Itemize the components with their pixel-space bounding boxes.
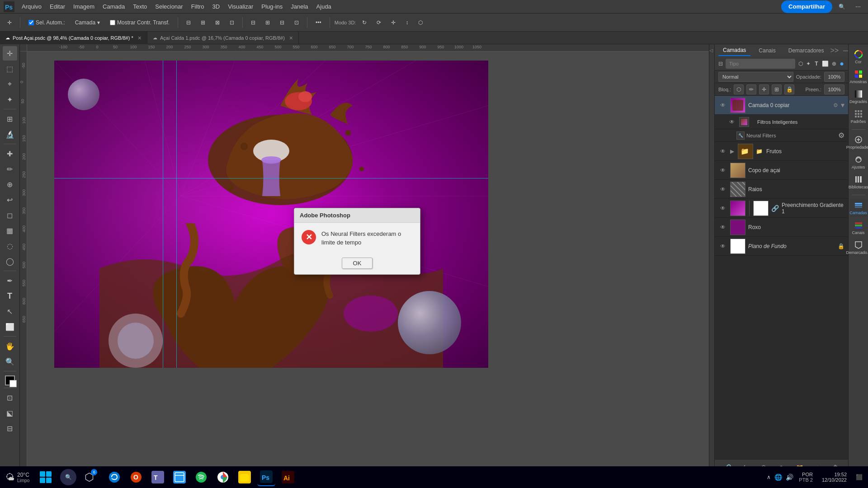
panel-amostras[interactable]: Amostras — [850, 68, 867, 86]
text-tool[interactable]: T — [3, 289, 17, 303]
brush-tool[interactable]: ✏ — [3, 162, 17, 176]
auto-select-checkbox[interactable] — [28, 20, 34, 25]
menu-ajuda[interactable]: Ajuda — [313, 2, 335, 11]
toggle-filter-btn[interactable]: ● — [839, 59, 844, 69]
notification-icon[interactable]: ⬛ — [856, 474, 863, 480]
crop-tool[interactable]: ⊞ — [3, 112, 17, 126]
auto-select-toggle[interactable]: Sel. Autom.: — [25, 16, 69, 29]
lock-artboard-btn[interactable]: ⊞ — [772, 84, 782, 94]
layers-tab-camadas[interactable]: Camadas — [718, 45, 750, 56]
network-icon[interactable]: 🌐 — [774, 474, 782, 481]
layer-plano-fundo[interactable]: 👁 Plano de Fundo 🔒 — [715, 237, 848, 256]
layer-vis-roxo[interactable]: 👁 — [718, 224, 727, 230]
layer-chain-icon[interactable]: 🔗 — [771, 205, 779, 212]
taskbar-search-btn[interactable]: 🔍 — [60, 469, 76, 485]
lasso-tool[interactable]: ⌖ — [3, 77, 17, 91]
lock-image-btn[interactable]: ✏ — [746, 84, 756, 94]
start-button[interactable] — [35, 466, 57, 488]
layer-vis-gradient[interactable]: 👁 — [718, 205, 727, 211]
layer-smart-filters[interactable]: 👁 Filtros Inteligentes — [715, 115, 848, 129]
taskbar-widgets[interactable]: ⬡ 6 — [80, 468, 98, 486]
taskbar-teams[interactable]: T — [149, 468, 167, 486]
layer-settings-icon[interactable]: ⚙ — [833, 102, 838, 108]
align-center-h[interactable]: ⊞ — [197, 16, 209, 29]
fg-color-swatch[interactable] — [5, 375, 15, 385]
panel-camadas-btn[interactable]: Camadas — [850, 199, 867, 217]
layer-vis-smart[interactable]: 👁 — [727, 119, 736, 125]
taskbar-ai[interactable]: Ai — [279, 468, 297, 486]
zoom-tool[interactable]: 🔍 — [3, 354, 17, 369]
taskbar-browser[interactable] — [170, 468, 189, 486]
tab-close-1[interactable]: × — [138, 34, 142, 42]
selection-tool[interactable]: ⬚ — [3, 61, 17, 76]
menu-visualizar[interactable]: Visualizar — [224, 2, 257, 11]
chevron-icon[interactable]: ∧ — [767, 474, 771, 480]
panel-propriedades[interactable]: Propriedades — [850, 133, 867, 151]
menu-imagem[interactable]: Imagem — [70, 2, 98, 11]
menu-plugins[interactable]: Plug-ins — [258, 2, 286, 11]
layer-camada0-copiar[interactable]: 👁 Camada 0 copiar ⚙ ▾ — [715, 96, 848, 115]
move-tool[interactable]: ✛ — [4, 16, 15, 29]
panel-canais-btn[interactable]: Canais — [850, 219, 867, 237]
panel-bibliotecas[interactable]: Bibliotecas — [850, 173, 867, 191]
layer-vis-copo[interactable]: 👁 — [718, 167, 727, 174]
blend-mode-select[interactable]: Normal Dissolução Escurecer Multiplicaçã… — [718, 72, 793, 82]
layer-gradient-fill[interactable]: 👁 🔗 Preenchimento Gradiente 1 — [715, 199, 848, 218]
adjustment-filter-btn[interactable]: ✦ — [806, 59, 811, 69]
fill-input[interactable] — [824, 84, 844, 94]
panel-ajustes[interactable]: Ajustes — [850, 153, 867, 171]
taskbar-ps[interactable]: Ps — [257, 468, 275, 486]
menu-editar[interactable]: Editar — [46, 2, 69, 11]
layer-frutos[interactable]: 👁 ▶ 📁 📁 Frutos — [715, 142, 848, 161]
healing-tool[interactable]: ✚ — [3, 146, 17, 161]
transform-checkbox[interactable] — [110, 20, 115, 25]
distribute-right[interactable]: ⊟ — [276, 16, 288, 29]
eyedropper-tool[interactable]: 🔬 — [3, 127, 17, 141]
align-right[interactable]: ⊠ — [212, 16, 223, 29]
menu-camada[interactable]: Camada — [99, 2, 128, 11]
panel-cor[interactable]: Cor — [850, 48, 867, 66]
screen-mode-tool[interactable]: ⬕ — [3, 406, 17, 420]
pan-3d[interactable]: ✛ — [387, 16, 399, 29]
taskbar-edge[interactable] — [105, 468, 123, 486]
panel-padroes[interactable]: Padrões — [850, 108, 867, 126]
move-tool-btn[interactable]: ✛ — [3, 46, 17, 61]
speaker-icon[interactable]: 🔊 — [786, 474, 793, 481]
lock-pixels-btn[interactable]: ⬡ — [734, 84, 744, 94]
panel-demarcadores-btn[interactable]: Demarcado... — [850, 239, 867, 257]
hand-tool[interactable]: 🖐 — [3, 339, 17, 353]
gradient-tool[interactable]: ▦ — [3, 223, 17, 238]
slide-3d[interactable]: ↕ — [402, 16, 412, 29]
menu-arquivo[interactable]: Arquivo — [18, 2, 45, 11]
roll-3d[interactable]: ⟳ — [373, 16, 385, 29]
menu-janela[interactable]: Janela — [287, 2, 311, 11]
show-transform-toggle[interactable]: Mostrar Contr. Transf. — [106, 16, 173, 29]
layer-select-dropdown[interactable]: Camada ▾ — [71, 16, 104, 29]
layer-collapse-camada0[interactable]: ▾ — [841, 101, 844, 109]
taskbar-clock[interactable]: 19:52 12/10/2022 — [822, 472, 847, 483]
layer-roxo[interactable]: 👁 Roxo — [715, 218, 848, 237]
layer-copo-acai[interactable]: 👁 Copo de açai — [715, 161, 848, 180]
shape-tool[interactable]: ⬜ — [3, 319, 17, 334]
magic-wand-tool[interactable]: ✦ — [3, 92, 17, 107]
layers-search-input[interactable] — [726, 59, 795, 69]
right-collapse-handle[interactable]: ◁ — [709, 44, 714, 475]
distribute-center[interactable]: ⊞ — [262, 16, 274, 29]
eraser-tool[interactable]: ◻ — [3, 208, 17, 222]
type-filter-btn[interactable]: T — [814, 59, 819, 69]
photoshop-dialog[interactable]: Adobe Photoshop ✕ Os Neural Filters exce… — [294, 208, 420, 274]
menu-3d[interactable]: 3D — [209, 2, 224, 11]
smart-filter-btn[interactable]: ⊕ — [831, 59, 837, 69]
more-button[interactable]: ⋯ — [852, 0, 864, 13]
share-button[interactable]: Compartilhar — [781, 0, 832, 13]
layer-vis-camada0[interactable]: 👁 — [718, 102, 727, 108]
stamp-tool[interactable]: ⊕ — [3, 177, 17, 192]
tab-post-acai[interactable]: ☁ Post Açai.psdc @ 98,4% (Camada 0 copia… — [0, 32, 147, 44]
lock-position-btn[interactable]: ✛ — [759, 84, 769, 94]
quick-mask-tool[interactable]: ⊡ — [3, 390, 17, 405]
align-top[interactable]: ⊡ — [226, 16, 238, 29]
neural-filters-row[interactable]: 🔧 Neural Filters ⚙ — [715, 129, 848, 142]
taskbar-spotify[interactable] — [192, 468, 210, 486]
pixel-filter-btn[interactable]: ⬡ — [798, 59, 803, 69]
menu-filtro[interactable]: Filtro — [188, 2, 208, 11]
